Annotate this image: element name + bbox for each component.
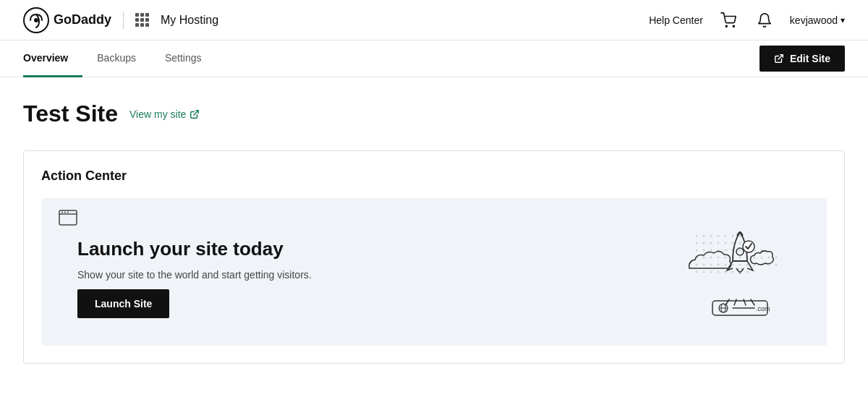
svg-point-13 <box>710 235 712 237</box>
user-menu[interactable]: kevjawood ▾ <box>790 14 845 26</box>
grid-dot <box>135 18 139 22</box>
svg-point-61 <box>703 271 705 273</box>
svg-point-22 <box>725 242 727 244</box>
grid-dot <box>140 18 144 22</box>
page-title-row: Test Site View my site <box>23 101 845 127</box>
svg-point-18 <box>696 242 698 244</box>
svg-point-62 <box>710 271 712 273</box>
cart-icon-button[interactable] <box>718 9 739 31</box>
svg-point-32 <box>739 249 741 252</box>
nav-tabs: Overview Backups Settings Edit Site <box>0 40 868 77</box>
svg-point-15 <box>725 235 727 237</box>
window-icon <box>59 210 77 229</box>
svg-point-67 <box>746 271 749 273</box>
grid-dot <box>145 13 149 17</box>
svg-point-39 <box>718 257 720 259</box>
svg-line-78 <box>744 299 746 305</box>
svg-point-16 <box>732 235 734 237</box>
svg-point-65 <box>732 271 734 273</box>
svg-point-51 <box>718 264 720 266</box>
grid-dot <box>145 23 149 27</box>
header-left: GoDaddy My Hosting <box>23 7 218 33</box>
edit-site-label: Edit Site <box>790 53 830 64</box>
edit-site-button[interactable]: Edit Site <box>760 46 845 72</box>
rocket-illustration: .com <box>682 221 798 323</box>
view-site-link[interactable]: View my site <box>129 108 200 120</box>
help-center-link[interactable]: Help Center <box>649 14 703 26</box>
external-link-small-icon <box>190 109 200 119</box>
bell-icon <box>757 12 773 28</box>
svg-point-20 <box>710 242 712 244</box>
action-center-title: Action Center <box>41 168 827 184</box>
logo: GoDaddy <box>23 7 111 33</box>
grid-dot <box>140 23 144 27</box>
svg-point-9 <box>64 212 66 213</box>
svg-point-27 <box>703 249 705 252</box>
svg-point-60 <box>696 271 698 273</box>
svg-point-47 <box>775 257 778 259</box>
grid-icon[interactable] <box>135 13 149 27</box>
svg-point-52 <box>725 264 727 266</box>
tab-settings[interactable]: Settings <box>150 40 216 77</box>
svg-point-10 <box>67 212 69 213</box>
notification-icon-button[interactable] <box>754 9 775 31</box>
username: kevjawood <box>790 14 838 26</box>
svg-line-4 <box>778 55 783 59</box>
action-center-card: Action Center Launch your site today Sho… <box>23 150 845 364</box>
logo-text: GoDaddy <box>54 12 111 27</box>
launch-desc: Show your site to the world and start ge… <box>77 269 312 281</box>
launch-title: Launch your site today <box>77 238 312 260</box>
rocket-svg: .com <box>682 221 798 323</box>
grid-dot <box>135 23 139 27</box>
godaddy-logo-icon <box>23 7 49 33</box>
svg-point-23 <box>732 242 734 244</box>
svg-point-12 <box>703 235 705 237</box>
external-link-icon <box>774 54 784 64</box>
grid-dot <box>145 18 149 22</box>
svg-point-49 <box>703 264 705 266</box>
svg-point-46 <box>768 257 770 259</box>
svg-point-54 <box>739 264 741 266</box>
tab-backups[interactable]: Backups <box>82 40 150 77</box>
launch-banner-left: Launch your site today Show your site to… <box>70 226 312 318</box>
chevron-down-icon: ▾ <box>841 15 845 25</box>
svg-point-19 <box>703 242 705 244</box>
header-divider <box>123 12 124 29</box>
page-title: Test Site <box>23 101 118 127</box>
svg-point-37 <box>703 257 705 259</box>
svg-point-1 <box>34 18 38 22</box>
svg-point-53 <box>732 264 734 266</box>
svg-point-14 <box>718 235 720 237</box>
main-content: Test Site View my site Action Center <box>0 77 868 387</box>
svg-line-79 <box>751 299 754 305</box>
svg-point-48 <box>696 264 698 266</box>
cart-icon <box>720 12 736 28</box>
tab-overview[interactable]: Overview <box>23 40 82 77</box>
svg-point-45 <box>761 257 763 259</box>
svg-line-76 <box>726 299 729 305</box>
launch-site-button[interactable]: Launch Site <box>77 289 169 318</box>
svg-point-28 <box>710 249 712 252</box>
svg-point-40 <box>725 257 727 259</box>
svg-point-42 <box>739 257 741 259</box>
svg-point-8 <box>61 212 63 213</box>
svg-point-59 <box>775 264 778 266</box>
svg-point-63 <box>718 271 720 273</box>
svg-point-11 <box>696 235 698 237</box>
svg-point-17 <box>739 235 741 237</box>
svg-point-3 <box>733 25 734 27</box>
header-right: Help Center kevjawood ▾ <box>649 9 845 31</box>
svg-line-5 <box>194 110 198 114</box>
svg-point-21 <box>718 242 720 244</box>
my-hosting-label[interactable]: My Hosting <box>161 14 218 27</box>
svg-line-77 <box>734 299 736 305</box>
grid-dot <box>135 13 139 17</box>
launch-banner: Launch your site today Show your site to… <box>41 198 827 346</box>
svg-point-2 <box>726 25 727 27</box>
svg-point-26 <box>696 249 698 252</box>
svg-point-50 <box>710 264 712 266</box>
svg-point-30 <box>725 249 727 252</box>
svg-point-24 <box>739 242 741 244</box>
grid-dot <box>140 13 144 17</box>
svg-point-38 <box>710 257 712 259</box>
